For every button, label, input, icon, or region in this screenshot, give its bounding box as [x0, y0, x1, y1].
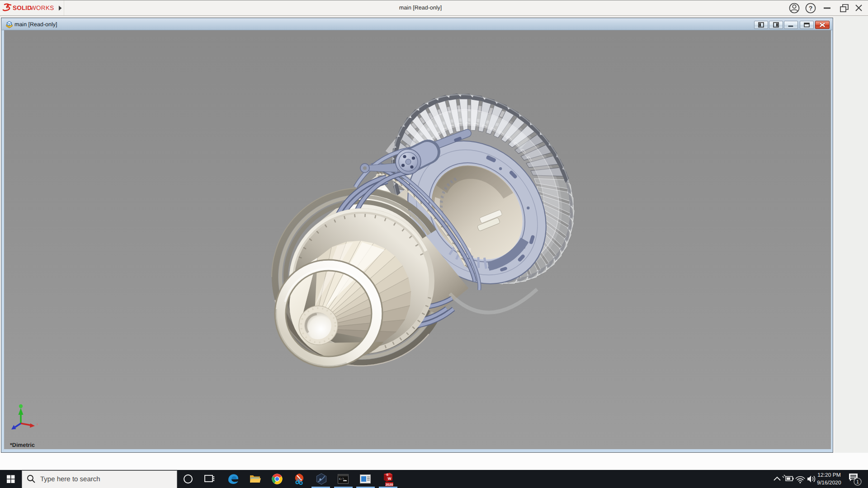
svg-text:x: x — [37, 422, 38, 426]
svg-text:WORKS: WORKS — [30, 5, 54, 11]
svg-text:?: ? — [809, 5, 812, 12]
svg-text:*Dimetric: *Dimetric — [10, 442, 35, 448]
svg-text:C:\_: C:\_ — [339, 478, 346, 481]
svg-text:1: 1 — [856, 479, 859, 485]
svg-text:SOLID: SOLID — [13, 5, 32, 11]
svg-text:W: W — [388, 477, 392, 481]
svg-text:2020: 2020 — [386, 483, 393, 487]
